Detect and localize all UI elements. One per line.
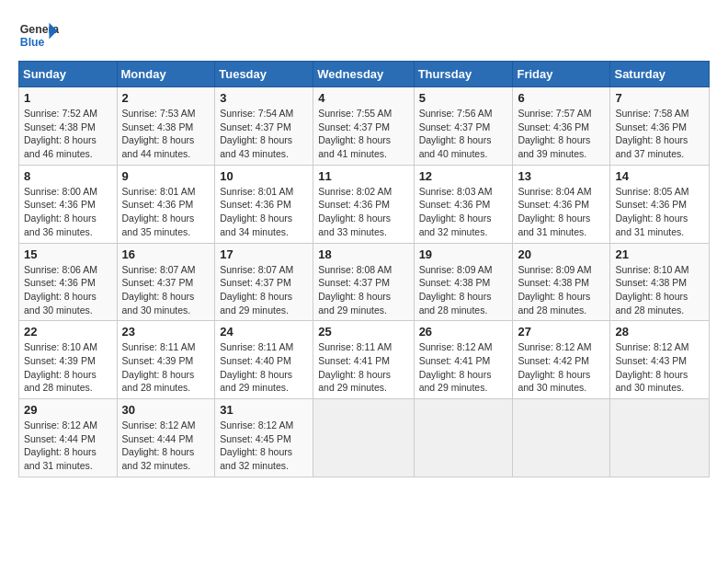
day-number: 18 [318,247,408,261]
day-number: 31 [220,403,308,417]
logo-icon: General Blue [18,18,59,52]
day-number: 21 [615,247,704,261]
day-info: Sunrise: 7:54 AMSunset: 4:37 PMDaylight:… [220,107,308,161]
day-info: Sunrise: 8:01 AMSunset: 4:36 PMDaylight:… [220,185,308,239]
day-info: Sunrise: 8:01 AMSunset: 4:36 PMDaylight:… [122,185,210,239]
day-info: Sunrise: 8:02 AMSunset: 4:36 PMDaylight:… [318,185,408,239]
day-number: 30 [122,403,210,417]
calendar-day-cell: 14Sunrise: 8:05 AMSunset: 4:36 PMDayligh… [610,165,710,243]
day-number: 28 [615,325,704,339]
day-info: Sunrise: 7:56 AMSunset: 4:37 PMDaylight:… [419,107,508,161]
calendar-day-cell: 1Sunrise: 7:52 AMSunset: 4:38 PMDaylight… [19,87,118,166]
day-number: 16 [122,247,210,261]
day-info: Sunrise: 8:11 AMSunset: 4:40 PMDaylight:… [220,340,308,395]
day-number: 13 [518,169,605,183]
day-number: 23 [122,325,210,339]
day-info: Sunrise: 8:09 AMSunset: 4:38 PMDaylight:… [518,263,605,317]
day-info: Sunrise: 7:55 AMSunset: 4:37 PMDaylight:… [318,107,408,161]
day-number: 8 [24,169,112,183]
day-info: Sunrise: 8:10 AMSunset: 4:39 PMDaylight:… [24,340,112,395]
calendar-day-cell [610,399,710,477]
day-info: Sunrise: 8:07 AMSunset: 4:37 PMDaylight:… [122,263,210,317]
calendar-day-cell: 27Sunrise: 8:12 AMSunset: 4:42 PMDayligh… [513,321,610,399]
calendar-day-cell: 22Sunrise: 8:10 AMSunset: 4:39 PMDayligh… [19,321,118,399]
day-info: Sunrise: 7:58 AMSunset: 4:36 PMDaylight:… [615,107,704,161]
day-number: 19 [419,247,508,261]
day-number: 10 [220,169,308,183]
day-info: Sunrise: 8:12 AMSunset: 4:44 PMDaylight:… [122,419,210,473]
calendar-day-cell: 7Sunrise: 7:58 AMSunset: 4:36 PMDaylight… [610,87,710,166]
day-info: Sunrise: 8:07 AMSunset: 4:37 PMDaylight:… [220,263,308,317]
day-info: Sunrise: 8:09 AMSunset: 4:38 PMDaylight:… [419,263,508,317]
day-number: 6 [518,91,605,105]
calendar-day-cell: 26Sunrise: 8:12 AMSunset: 4:41 PMDayligh… [414,321,513,399]
day-info: Sunrise: 8:03 AMSunset: 4:36 PMDaylight:… [419,185,508,239]
day-info: Sunrise: 7:52 AMSunset: 4:38 PMDaylight:… [24,107,112,161]
day-info: Sunrise: 8:00 AMSunset: 4:36 PMDaylight:… [24,185,112,239]
calendar-day-cell: 23Sunrise: 8:11 AMSunset: 4:39 PMDayligh… [117,321,215,399]
day-number: 9 [122,169,210,183]
day-info: Sunrise: 8:05 AMSunset: 4:36 PMDaylight:… [615,185,704,239]
day-info: Sunrise: 8:06 AMSunset: 4:36 PMDaylight:… [24,263,112,317]
day-number: 22 [24,325,112,339]
day-number: 1 [24,91,112,105]
day-of-week-header: Friday [513,62,610,87]
calendar-day-cell: 12Sunrise: 8:03 AMSunset: 4:36 PMDayligh… [414,165,513,243]
calendar-day-cell: 17Sunrise: 8:07 AMSunset: 4:37 PMDayligh… [215,243,313,321]
calendar-day-cell: 10Sunrise: 8:01 AMSunset: 4:36 PMDayligh… [215,165,313,243]
day-info: Sunrise: 8:12 AMSunset: 4:42 PMDaylight:… [518,340,605,395]
day-of-week-header: Saturday [610,62,710,87]
calendar-day-cell: 24Sunrise: 8:11 AMSunset: 4:40 PMDayligh… [215,321,313,399]
day-of-week-header: Sunday [19,62,118,87]
day-info: Sunrise: 8:08 AMSunset: 4:37 PMDaylight:… [318,263,408,317]
calendar-day-cell: 2Sunrise: 7:53 AMSunset: 4:38 PMDaylight… [117,87,215,166]
day-number: 15 [24,247,112,261]
day-info: Sunrise: 8:12 AMSunset: 4:45 PMDaylight:… [220,419,308,473]
calendar-day-cell [313,399,414,477]
calendar-day-cell: 11Sunrise: 8:02 AMSunset: 4:36 PMDayligh… [313,165,414,243]
day-number: 27 [518,325,605,339]
calendar-day-cell [513,399,610,477]
calendar: SundayMondayTuesdayWednesdayThursdayFrid… [18,61,710,477]
calendar-day-cell: 31Sunrise: 8:12 AMSunset: 4:45 PMDayligh… [215,399,313,477]
day-number: 4 [318,91,408,105]
calendar-day-cell: 6Sunrise: 7:57 AMSunset: 4:36 PMDaylight… [513,87,610,166]
day-number: 14 [615,169,704,183]
calendar-week-row: 15Sunrise: 8:06 AMSunset: 4:36 PMDayligh… [19,243,710,321]
calendar-day-cell: 25Sunrise: 8:11 AMSunset: 4:41 PMDayligh… [313,321,414,399]
day-info: Sunrise: 8:12 AMSunset: 4:41 PMDaylight:… [419,340,508,395]
day-number: 24 [220,325,308,339]
calendar-week-row: 8Sunrise: 8:00 AMSunset: 4:36 PMDaylight… [19,165,710,243]
calendar-day-cell: 28Sunrise: 8:12 AMSunset: 4:43 PMDayligh… [610,321,710,399]
calendar-week-row: 1Sunrise: 7:52 AMSunset: 4:38 PMDaylight… [19,87,710,166]
day-info: Sunrise: 8:12 AMSunset: 4:44 PMDaylight:… [24,419,112,473]
header: General Blue [18,18,710,52]
day-number: 26 [419,325,508,339]
day-info: Sunrise: 7:57 AMSunset: 4:36 PMDaylight:… [518,107,605,161]
day-number: 12 [419,169,508,183]
day-info: Sunrise: 8:12 AMSunset: 4:43 PMDaylight:… [615,340,704,395]
calendar-week-row: 29Sunrise: 8:12 AMSunset: 4:44 PMDayligh… [19,399,710,477]
day-info: Sunrise: 7:53 AMSunset: 4:38 PMDaylight:… [122,107,210,161]
day-of-week-header: Wednesday [313,62,414,87]
day-number: 17 [220,247,308,261]
day-number: 11 [318,169,408,183]
calendar-day-cell: 13Sunrise: 8:04 AMSunset: 4:36 PMDayligh… [513,165,610,243]
day-info: Sunrise: 8:10 AMSunset: 4:38 PMDaylight:… [615,263,704,317]
day-number: 20 [518,247,605,261]
day-of-week-header: Tuesday [215,62,313,87]
day-number: 7 [615,91,704,105]
calendar-day-cell: 18Sunrise: 8:08 AMSunset: 4:37 PMDayligh… [313,243,414,321]
logo: General Blue [18,18,63,52]
day-number: 25 [318,325,408,339]
calendar-day-cell: 21Sunrise: 8:10 AMSunset: 4:38 PMDayligh… [610,243,710,321]
calendar-week-row: 22Sunrise: 8:10 AMSunset: 4:39 PMDayligh… [19,321,710,399]
calendar-day-cell: 16Sunrise: 8:07 AMSunset: 4:37 PMDayligh… [117,243,215,321]
svg-text:Blue: Blue [20,36,45,49]
calendar-day-cell: 9Sunrise: 8:01 AMSunset: 4:36 PMDaylight… [117,165,215,243]
day-info: Sunrise: 8:04 AMSunset: 4:36 PMDaylight:… [518,185,605,239]
calendar-day-cell: 8Sunrise: 8:00 AMSunset: 4:36 PMDaylight… [19,165,118,243]
calendar-day-cell: 30Sunrise: 8:12 AMSunset: 4:44 PMDayligh… [117,399,215,477]
day-of-week-header: Thursday [414,62,513,87]
day-number: 29 [24,403,112,417]
